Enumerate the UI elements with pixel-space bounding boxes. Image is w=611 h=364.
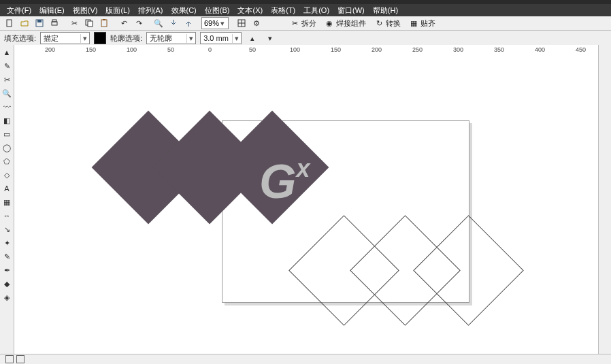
convert-button[interactable]: ↻转换 [371, 17, 404, 29]
menu-view[interactable]: 视图(V) [69, 4, 102, 16]
menu-tools[interactable]: 工具(O) [299, 4, 333, 16]
export-icon[interactable] [182, 16, 195, 30]
text-tool-icon[interactable]: A [1, 182, 13, 195]
cut-icon[interactable]: ✂ [67, 16, 81, 30]
pick-tool-icon[interactable]: ▲ [1, 46, 13, 59]
zoom-value: 69% [204, 19, 219, 27]
menu-bitmaps[interactable]: 位图(B) [201, 4, 234, 16]
page-nav-icon[interactable] [5, 355, 14, 363]
redo-icon[interactable]: ↷ [132, 16, 146, 30]
menu-arrange[interactable]: 排列(A) [134, 4, 167, 16]
save-icon[interactable] [33, 16, 46, 30]
zoom-tool-icon[interactable]: 🔍 [1, 87, 13, 99]
svg-rect-0 [7, 20, 12, 27]
svg-rect-4 [52, 20, 56, 22]
menu-effects[interactable]: 效果(C) [167, 4, 201, 16]
convert-icon: ↻ [374, 18, 384, 28]
color-palette[interactable] [598, 45, 611, 354]
connector-tool-icon[interactable]: ↘ [1, 223, 13, 235]
svg-rect-6 [88, 21, 93, 27]
workspace: ▲ ✎ ✂ 🔍 〰 ◧ ▭ ◯ ⬠ ◇ A ▦ ↔ ↘ ✦ ✎ ✒ ◆ ◈ 20… [0, 45, 599, 354]
chevron-down-icon: ▾ [186, 34, 195, 43]
vertical-ruler [14, 56, 29, 354]
break-icon: ✂ [290, 18, 299, 28]
chevron-down-icon: ▾ [80, 34, 89, 43]
svg-rect-8 [103, 19, 105, 20]
standard-toolbar: ✂ ↶ ↷ 🔍 69% ▾ ⚙ ✂拆分 ◉焊接组件 ↻转换 ▦贴齐 [0, 16, 611, 31]
import-icon[interactable] [167, 16, 180, 30]
ellipse-tool-icon[interactable]: ◯ [1, 142, 13, 154]
menu-help[interactable]: 帮助(H) [369, 4, 402, 16]
freehand-tool-icon[interactable]: 〰 [1, 101, 13, 113]
copy-icon[interactable] [82, 16, 96, 30]
menu-window[interactable]: 窗口(W) [333, 4, 369, 16]
outline-width-combo[interactable]: 3.0 mm ▾ [200, 32, 242, 44]
menu-edit[interactable]: 编辑(E) [35, 4, 69, 16]
dimension-tool-icon[interactable]: ↔ [1, 210, 13, 222]
fill-combo[interactable]: 描定 ▾ [40, 32, 90, 44]
menu-layout[interactable]: 版面(L) [101, 4, 133, 16]
drawing-canvas[interactable]: Gx [28, 56, 599, 354]
svg-rect-2 [37, 20, 42, 22]
weld-button[interactable]: ◉焊接组件 [321, 17, 369, 29]
svg-rect-7 [101, 20, 107, 27]
polygon-tool-icon[interactable]: ⬠ [1, 155, 13, 167]
toolbox: ▲ ✎ ✂ 🔍 〰 ◧ ▭ ◯ ⬠ ◇ A ▦ ↔ ↘ ✦ ✎ ✒ ◆ ◈ [0, 45, 14, 354]
print-icon[interactable] [48, 16, 61, 30]
snap-icon[interactable] [235, 16, 248, 30]
smart-fill-icon[interactable]: ◧ [1, 114, 13, 127]
align-icon: ▦ [409, 18, 418, 28]
eyedropper-icon[interactable]: ✎ [1, 250, 13, 263]
table-tool-icon[interactable]: ▦ [1, 196, 13, 208]
crop-tool-icon[interactable]: ✂ [1, 73, 13, 86]
menu-table[interactable]: 表格(T) [267, 4, 299, 16]
paste-icon[interactable] [97, 16, 111, 30]
svg-rect-3 [52, 22, 57, 25]
new-file-icon[interactable] [3, 16, 16, 30]
chevron-down-icon: ▾ [232, 34, 241, 43]
menu-file[interactable]: 文件(F) [3, 4, 35, 16]
outline-spin-up[interactable]: ▴ [246, 31, 259, 45]
interactive-tool-icon[interactable]: ✦ [1, 237, 13, 249]
page-nav-icon[interactable] [16, 355, 24, 363]
property-bar: 填充选项: 描定 ▾ 轮廓选项: 无轮廓 ▾ 3.0 mm ▾ ▴ ▾ [0, 31, 611, 46]
align-button[interactable]: ▦贴齐 [406, 17, 439, 29]
fill-tool-icon[interactable]: ◆ [1, 278, 13, 290]
search-icon[interactable]: 🔍 [152, 16, 165, 30]
fill-swatch[interactable] [94, 32, 106, 44]
canvas-area: 200 150 100 50 0 50 100 150 200 250 300 … [14, 45, 599, 354]
options-icon[interactable]: ⚙ [250, 16, 263, 30]
open-icon[interactable] [18, 16, 31, 30]
basic-shapes-icon[interactable]: ◇ [1, 169, 13, 181]
horizontal-ruler: 200 150 100 50 0 50 100 150 200 250 300 … [28, 45, 599, 56]
rectangle-tool-icon[interactable]: ▭ [1, 128, 13, 140]
chevron-down-icon: ▾ [219, 19, 226, 28]
weld-icon: ◉ [325, 18, 334, 28]
menu-bar: 文件(F) 编辑(E) 视图(V) 版面(L) 排列(A) 效果(C) 位图(B… [0, 4, 611, 16]
outline-combo[interactable]: 无轮廓 ▾ [146, 32, 196, 44]
interactive-fill-icon[interactable]: ◈ [1, 291, 13, 303]
menu-text[interactable]: 文本(X) [233, 4, 267, 16]
fill-label: 填充选项: [4, 33, 36, 44]
status-bar [0, 354, 611, 364]
shape-tool-icon[interactable]: ✎ [1, 60, 13, 72]
outline-pen-icon[interactable]: ✒ [1, 264, 13, 276]
undo-icon[interactable]: ↶ [117, 16, 131, 30]
outline-spin-down[interactable]: ▾ [263, 31, 277, 45]
outline-label: 轮廓选项: [110, 33, 142, 44]
break-button[interactable]: ✂拆分 [286, 17, 320, 29]
zoom-combo[interactable]: 69% ▾ [201, 17, 229, 29]
